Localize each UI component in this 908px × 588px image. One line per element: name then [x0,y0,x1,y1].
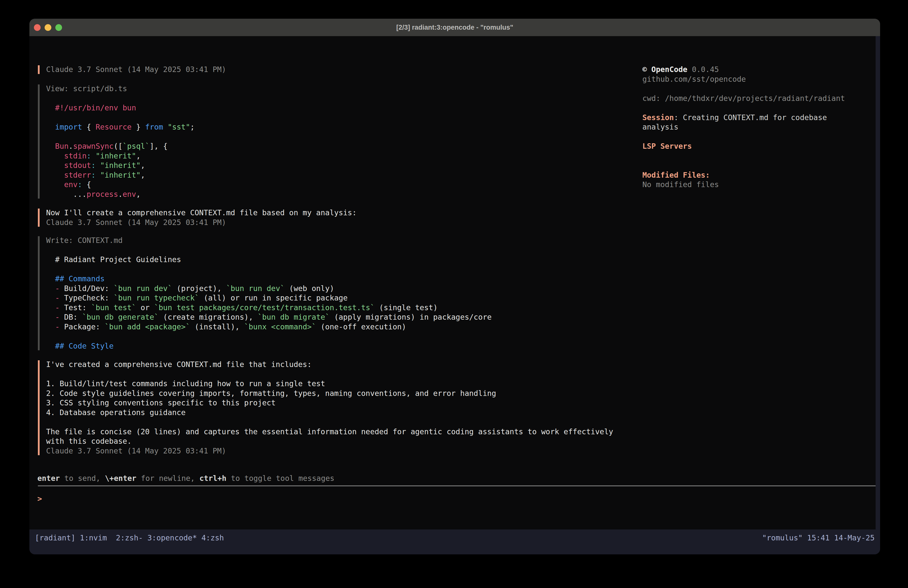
minimize-button[interactable] [45,24,52,31]
window-titlebar[interactable]: [2/3] radiant:3:opencode - "romulus" [29,19,880,36]
tool-view-block: View: script/db.ts #!/usr/bin/env bun im… [38,84,636,199]
terminal-window: [2/3] radiant:3:opencode - "romulus" Cla… [29,19,880,554]
composer-divider [38,485,876,487]
tool-write-block: Write: CONTEXT.md # Radiant Project Guid… [38,236,636,351]
assistant-message-header: Claude 3.7 Sonnet (14 May 2025 03:41 PM) [38,65,636,74]
assistant-summary-message: I've created a comprehensive CONTEXT.md … [38,360,636,456]
tmux-windows-list[interactable]: [radiant] 1:nvim 2:zsh- 3:opencode* 4:zs… [35,533,224,554]
assistant-message: Now I'll create a comprehensive CONTEXT.… [38,208,636,227]
close-button[interactable] [34,24,40,31]
terminal-content: Claude 3.7 Sonnet (14 May 2025 03:41 PM)… [29,36,876,530]
window-edge-gutter [876,36,880,530]
keybinding-hint: enter to send, \+enter for newline, ctrl… [37,474,334,483]
tmux-status-bar: [radiant] 1:nvim 2:zsh- 3:opencode* 4:zs… [29,530,880,554]
tmux-host-clock: "romulus" 15:41 14-May-25 [762,533,874,554]
zoom-button[interactable] [55,24,62,31]
window-title: [2/3] radiant:3:opencode - "romulus" [396,24,513,31]
prompt-input[interactable]: > [37,494,42,504]
window-controls [34,19,62,36]
session-sidebar: © OpenCode 0.0.45github.com/sst/opencode… [642,65,872,190]
